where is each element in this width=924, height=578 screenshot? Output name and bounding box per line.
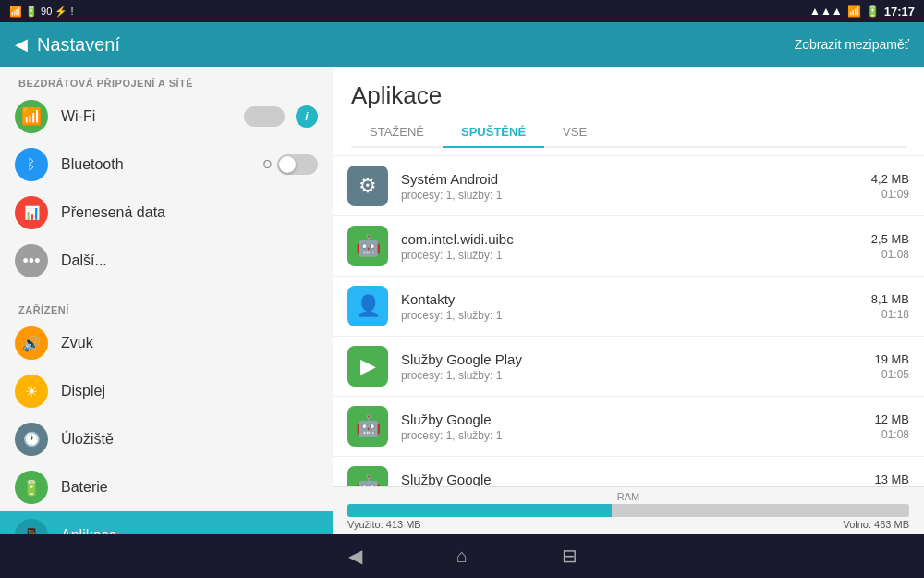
- sound-label: Zvuk: [61, 335, 318, 351]
- app-info: Služby Google Play procesy: 1, služby: 1: [401, 351, 874, 382]
- app-size: 8,1 MB: [871, 292, 909, 306]
- app-time: 01:08: [871, 248, 909, 261]
- top-bar-action-button[interactable]: Zobrazit mezipaměť: [795, 37, 909, 52]
- app-info: Kontakty procesy: 1, služby: 1: [401, 291, 871, 322]
- app-info: Systém Android procesy: 1, služby: 1: [401, 171, 871, 202]
- app-size: 19 MB: [874, 352, 909, 366]
- status-bar-left: 📶 🔋 90 ⚡ !: [9, 6, 74, 18]
- app-size: 4,2 MB: [871, 172, 909, 186]
- app-meta: 12 MB 01:08: [874, 412, 909, 441]
- bluetooth-toggle[interactable]: [277, 154, 318, 175]
- wifi-info-button[interactable]: i: [296, 105, 318, 128]
- bluetooth-toggle-label: O: [263, 158, 272, 171]
- sidebar-item-display[interactable]: ☀ Displej: [0, 367, 333, 415]
- app-time: 01:09: [871, 188, 909, 201]
- app-list-item[interactable]: 🤖 Služby Google procesy: 1, služby: 1 12…: [333, 397, 924, 457]
- app-meta: 19 MB 01:05: [874, 352, 909, 381]
- battery-label: Baterie: [61, 479, 318, 496]
- app-info: Služby Google procesy: 1, služby: 1: [401, 412, 874, 442]
- app-sub: procesy: 1, služby: 1: [401, 189, 871, 202]
- app-sub: procesy: 1, služby: 1: [401, 369, 874, 382]
- app-list-item[interactable]: 👤 Kontakty procesy: 1, služby: 1 8,1 MB …: [333, 277, 924, 337]
- nav-home-button[interactable]: ⌂: [445, 539, 479, 572]
- app-size: 12 MB: [874, 412, 909, 426]
- apps-icon: 📱: [15, 519, 48, 534]
- ram-used-bar: [347, 504, 612, 517]
- main-container: BEZDRÁTOVÁ PŘIPOJENÍ A SÍTĚ 📶 Wi-Fi i ᛒ …: [0, 67, 924, 534]
- ram-bar-container: RAM Využito: 413 MB Volno: 463 MB: [333, 486, 924, 534]
- tab-running[interactable]: SPUŠTĚNÉ: [443, 117, 544, 148]
- content-title: Aplikace: [351, 81, 906, 110]
- wifi-toggle-group: i: [244, 105, 318, 128]
- app-meta: 2,5 MB 01:08: [871, 232, 909, 261]
- section-device-title: ZAŘÍZENÍ: [0, 293, 333, 319]
- nav-recent-button[interactable]: ⊟: [553, 539, 586, 572]
- top-bar-title: Nastavení: [37, 34, 795, 55]
- app-name: Systém Android: [401, 171, 871, 187]
- top-bar: ◀ Nastavení Zobrazit mezipaměť: [0, 22, 924, 67]
- app-list-item[interactable]: ▶ Služby Google Play procesy: 1, služby:…: [333, 337, 924, 397]
- app-sub: procesy: 1, služby: 1: [401, 249, 871, 262]
- display-icon: ☀: [15, 375, 48, 408]
- storage-label: Úložiště: [61, 431, 318, 448]
- wifi-icon: 📶: [15, 100, 48, 133]
- content-header: Aplikace STAŽENÉ SPUŠTĚNÉ VSE: [333, 67, 924, 156]
- apps-label: Aplikace: [61, 527, 318, 534]
- status-icons-right: ▲▲▲ 📶 🔋 17:17: [809, 5, 915, 18]
- app-name: com.intel.widi.uibc: [401, 231, 871, 247]
- app-name: Služby Google: [401, 412, 874, 427]
- status-time: 17:17: [884, 5, 915, 18]
- storage-icon: 🕐: [15, 423, 48, 456]
- app-name: Kontakty: [401, 291, 871, 307]
- sidebar-item-apps[interactable]: 📱 Aplikace: [0, 511, 333, 534]
- ram-used-label: Využito: 413 MB: [347, 519, 421, 530]
- tab-downloaded[interactable]: STAŽENÉ: [351, 117, 443, 148]
- app-icon: 👤: [347, 286, 388, 326]
- tab-bar: STAŽENÉ SPUŠTĚNÉ VSE: [351, 117, 906, 148]
- wifi-signal-icon: ▲▲▲: [809, 5, 843, 18]
- wifi-toggle[interactable]: [244, 106, 285, 127]
- app-list-item[interactable]: 🤖 Služby Google procesy: 1, služby: 4 13…: [333, 457, 924, 486]
- content-area: Aplikace STAŽENÉ SPUŠTĚNÉ VSE ⚙ Systém A…: [333, 67, 924, 534]
- app-icon: 🤖: [347, 406, 388, 447]
- app-time: 01:08: [874, 428, 909, 441]
- app-meta: 8,1 MB 01:18: [871, 292, 909, 321]
- ram-labels: Využito: 413 MB Volno: 463 MB: [347, 519, 909, 530]
- app-meta: 13 MB 01:19: [874, 473, 909, 487]
- bluetooth-icon: ᛒ: [15, 148, 48, 181]
- sidebar-item-sound[interactable]: 🔊 Zvuk: [0, 319, 333, 367]
- wifi-label: Wi-Fi: [61, 108, 244, 125]
- sidebar-item-battery[interactable]: 🔋 Baterie: [0, 463, 333, 511]
- app-sub: procesy: 1, služby: 1: [401, 429, 874, 442]
- sidebar-item-storage[interactable]: 🕐 Úložiště: [0, 415, 333, 463]
- more-label: Další...: [61, 252, 318, 269]
- app-info: Služby Google procesy: 1, služby: 4: [401, 472, 874, 487]
- app-list-item[interactable]: 🤖 com.intel.widi.uibc procesy: 1, služby…: [333, 216, 924, 277]
- nav-back-button[interactable]: ◀: [338, 539, 371, 572]
- bottom-nav: ◀ ⌂ ⊟: [0, 534, 924, 578]
- app-size: 13 MB: [874, 473, 909, 486]
- app-icon: ⚙: [347, 166, 388, 206]
- wifi-icon: 📶: [847, 5, 861, 18]
- sidebar-item-data[interactable]: 📊 Přenesená data: [0, 189, 333, 237]
- bluetooth-label: Bluetooth: [61, 156, 263, 173]
- back-arrow-icon[interactable]: ◀: [15, 34, 28, 55]
- battery-sidebar-icon: 🔋: [15, 471, 48, 504]
- display-label: Displej: [61, 383, 318, 400]
- tab-all[interactable]: VSE: [544, 117, 605, 148]
- sidebar-item-more[interactable]: ••• Další...: [0, 237, 333, 285]
- sidebar-item-bluetooth[interactable]: ᛒ Bluetooth O: [0, 141, 333, 189]
- app-name: Služby Google Play: [401, 351, 874, 367]
- app-icon: 🤖: [347, 466, 388, 486]
- app-size: 2,5 MB: [871, 232, 909, 246]
- data-label: Přenesená data: [61, 204, 318, 221]
- app-time: 01:18: [871, 308, 909, 321]
- sound-icon: 🔊: [15, 326, 48, 360]
- app-icon: ▶: [347, 346, 388, 387]
- notification-icons: 📶 🔋 90 ⚡ !: [9, 6, 74, 18]
- battery-icon: 🔋: [866, 5, 880, 18]
- app-list-item[interactable]: ⚙ Systém Android procesy: 1, služby: 1 4…: [333, 156, 924, 216]
- sidebar: BEZDRÁTOVÁ PŘIPOJENÍ A SÍTĚ 📶 Wi-Fi i ᛒ …: [0, 67, 333, 534]
- more-icon: •••: [15, 244, 48, 277]
- sidebar-item-wifi[interactable]: 📶 Wi-Fi i: [0, 92, 333, 141]
